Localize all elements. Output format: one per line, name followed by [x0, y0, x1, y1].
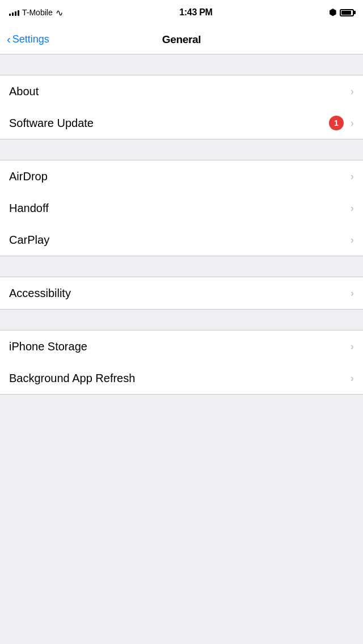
software-update-label: Software Update: [9, 117, 329, 130]
row-accessibility[interactable]: Accessibility ›: [0, 277, 363, 309]
bluetooth-icon: ⬢: [329, 7, 336, 18]
row-software-update[interactable]: Software Update 1 ›: [0, 107, 363, 139]
software-update-badge: 1: [329, 116, 344, 130]
handoff-chevron-icon: ›: [351, 202, 354, 214]
airdrop-chevron-icon: ›: [351, 171, 354, 183]
row-airdrop[interactable]: AirDrop ›: [0, 160, 363, 192]
page-title: General: [162, 33, 201, 46]
carplay-chevron-icon: ›: [351, 234, 354, 246]
section-gap-2: [0, 139, 363, 160]
settings-group-4: iPhone Storage › Background App Refresh …: [0, 330, 363, 395]
row-carplay[interactable]: CarPlay ›: [0, 224, 363, 256]
status-right: ⬢: [329, 7, 354, 18]
back-chevron-icon: ‹: [7, 33, 11, 45]
accessibility-chevron-icon: ›: [351, 287, 354, 299]
wifi-icon: ∿: [56, 7, 63, 18]
status-bar: T-Mobile ∿ 1:43 PM ⬢: [0, 0, 363, 25]
battery-icon: [340, 9, 354, 16]
settings-content: About › Software Update 1 › AirDrop › Ha…: [0, 54, 363, 395]
about-chevron-icon: ›: [351, 86, 354, 98]
background-app-refresh-chevron-icon: ›: [351, 372, 354, 384]
battery-fill: [341, 11, 351, 15]
settings-group-2: AirDrop › Handoff › CarPlay ›: [0, 160, 363, 256]
settings-group-3: Accessibility ›: [0, 277, 363, 310]
status-left: T-Mobile ∿: [9, 7, 63, 18]
section-gap-top: [0, 54, 363, 75]
row-background-app-refresh[interactable]: Background App Refresh ›: [0, 362, 363, 394]
row-iphone-storage[interactable]: iPhone Storage ›: [0, 331, 363, 362]
row-about[interactable]: About ›: [0, 75, 363, 107]
nav-bar: ‹ Settings General: [0, 25, 363, 54]
row-handoff[interactable]: Handoff ›: [0, 192, 363, 224]
settings-group-1: About › Software Update 1 ›: [0, 75, 363, 139]
iphone-storage-chevron-icon: ›: [351, 341, 354, 353]
back-button-label: Settings: [12, 33, 49, 45]
carplay-label: CarPlay: [9, 234, 348, 247]
section-gap-3: [0, 256, 363, 277]
carrier-label: T-Mobile: [22, 8, 53, 17]
iphone-storage-label: iPhone Storage: [9, 340, 348, 353]
handoff-label: Handoff: [9, 202, 348, 215]
software-update-chevron-icon: ›: [351, 117, 354, 129]
airdrop-label: AirDrop: [9, 170, 348, 183]
section-gap-4: [0, 310, 363, 330]
back-button[interactable]: ‹ Settings: [7, 33, 49, 45]
background-app-refresh-label: Background App Refresh: [9, 372, 348, 385]
accessibility-label: Accessibility: [9, 287, 348, 300]
about-label: About: [9, 85, 348, 98]
status-time: 1:43 PM: [179, 7, 212, 18]
signal-bars-icon: [9, 9, 19, 16]
